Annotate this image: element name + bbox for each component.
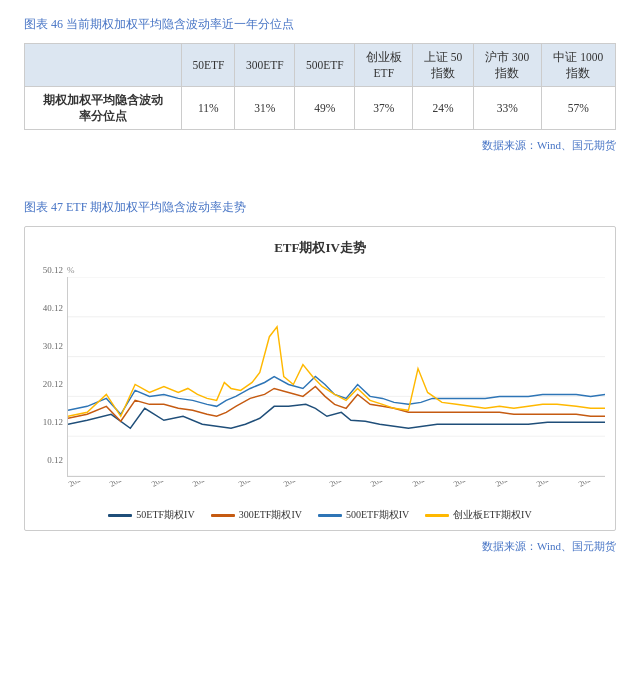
col-header-cyb: 创业板ETF: [355, 44, 413, 87]
x-label-11: 2024/5/5: [494, 481, 523, 489]
col-header-500etf: 500ETF: [295, 44, 355, 87]
x-label-2: 2023/8/5: [108, 481, 137, 489]
section1-data-source: 数据来源：Wind、国元期货: [24, 138, 616, 153]
section2-data-source: 数据来源：Wind、国元期货: [24, 539, 616, 554]
cell-500etf: 49%: [295, 87, 355, 130]
col-header-hs300: 沪市 300指数: [474, 44, 542, 87]
x-label-9: 2024/3/5: [411, 481, 440, 489]
legend-line-500etf: [318, 514, 342, 517]
col-header-50etf: 50ETF: [182, 44, 235, 87]
legend-label-300etf: 300ETF期权IV: [239, 508, 302, 522]
section1: 图表 46 当前期权加权平均隐含波动率近一年分位点 50ETF 300ETF 5…: [24, 16, 616, 153]
chart-legend: 50ETF期权IV 300ETF期权IV 500ETF期权IV 创业板ETF期权…: [35, 508, 605, 522]
legend-300etf: 300ETF期权IV: [211, 508, 302, 522]
legend-label-cyb: 创业板ETF期权IV: [453, 508, 531, 522]
col-header-empty: [25, 44, 182, 87]
legend-50etf: 50ETF期权IV: [108, 508, 194, 522]
y-axis-label: %: [67, 265, 605, 275]
line-50etf: [68, 405, 605, 429]
y-label-2: 20.12: [35, 379, 63, 389]
chart-container: ETF期权IV走势 50.12 40.12 30.12 20.12 10.12 …: [24, 226, 616, 531]
legend-500etf: 500ETF期权IV: [318, 508, 409, 522]
x-label-13: 2024/7/5: [577, 481, 605, 489]
x-label-1: 2023/7/5: [67, 481, 96, 489]
table-row: 期权加权平均隐含波动率分位点 11% 31% 49% 37% 24% 33% 5…: [25, 87, 616, 130]
cell-hs300: 33%: [474, 87, 542, 130]
legend-line-cyb: [425, 514, 449, 517]
chart-title: ETF期权IV走势: [35, 239, 605, 257]
row-label: 期权加权平均隐含波动率分位点: [25, 87, 182, 130]
cell-zz1000: 57%: [541, 87, 615, 130]
line-cyb: [68, 327, 605, 417]
cell-300etf: 31%: [235, 87, 295, 130]
col-header-sz50: 上证 50指数: [413, 44, 474, 87]
legend-line-300etf: [211, 514, 235, 517]
section1-title: 图表 46 当前期权加权平均隐含波动率近一年分位点: [24, 16, 616, 33]
x-label-5: 2023/11/5: [237, 481, 269, 489]
cell-cyb: 37%: [355, 87, 413, 130]
x-label-7: 2024/1/5: [328, 481, 357, 489]
y-label-1: 10.12: [35, 417, 63, 427]
cell-50etf: 11%: [182, 87, 235, 130]
legend-line-50etf: [108, 514, 132, 517]
x-label-12: 2024/6/5: [535, 481, 564, 489]
y-label-4: 40.12: [35, 303, 63, 313]
table-header-row: 50ETF 300ETF 500ETF 创业板ETF 上证 50指数 沪市 30…: [25, 44, 616, 87]
legend-label-500etf: 500ETF期权IV: [346, 508, 409, 522]
legend-cyb: 创业板ETF期权IV: [425, 508, 531, 522]
col-header-300etf: 300ETF: [235, 44, 295, 87]
chart-svg: [67, 277, 605, 477]
y-label-3: 30.12: [35, 341, 63, 351]
section2-title: 图表 47 ETF 期权加权平均隐含波动率走势: [24, 199, 616, 216]
x-label-3: 2023/9/5: [150, 481, 179, 489]
x-label-4: 2023/10/5: [191, 481, 224, 489]
x-label-6: 2023/12/5: [282, 481, 315, 489]
col-header-zz1000: 中证 1000指数: [541, 44, 615, 87]
section2: 图表 47 ETF 期权加权平均隐含波动率走势 ETF期权IV走势 50.12 …: [24, 199, 616, 554]
cell-sz50: 24%: [413, 87, 474, 130]
x-label-10: 2024/4/5: [452, 481, 481, 489]
legend-label-50etf: 50ETF期权IV: [136, 508, 194, 522]
data-table: 50ETF 300ETF 500ETF 创业板ETF 上证 50指数 沪市 30…: [24, 43, 616, 130]
section-gap: [24, 159, 616, 199]
x-label-8: 2024/2/5: [369, 481, 398, 489]
y-label-0: 0.12: [35, 455, 63, 465]
y-label-5: 50.12: [35, 265, 63, 275]
